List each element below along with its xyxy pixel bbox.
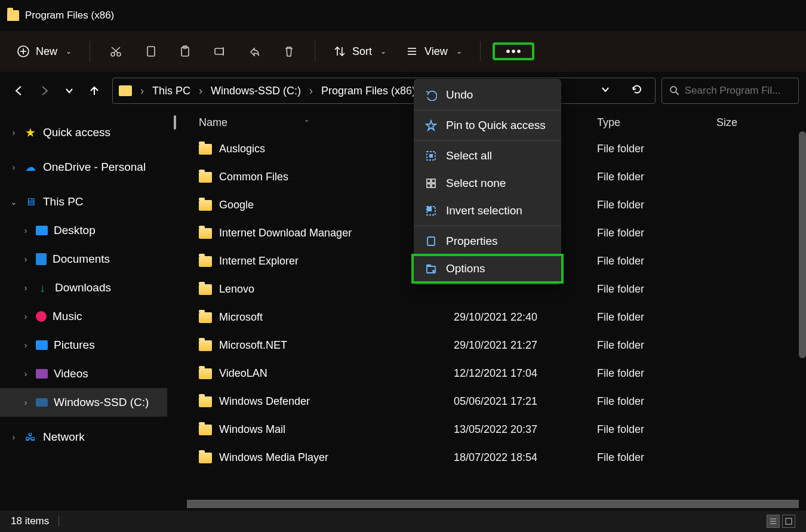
thumbnails-view-button[interactable] — [782, 515, 795, 528]
svg-rect-44 — [786, 518, 792, 524]
chevron-down-icon: ⌄ — [66, 47, 72, 56]
search-box[interactable] — [662, 78, 799, 104]
menu-options[interactable]: Options — [414, 255, 561, 282]
back-button[interactable] — [11, 82, 27, 99]
chevron-right-icon[interactable]: › — [21, 340, 30, 350]
file-date: 29/10/2021 22:40 — [454, 311, 597, 324]
select-all-icon — [424, 149, 438, 162]
sidebar-item-documents[interactable]: › Documents — [0, 245, 167, 273]
view-label: View — [424, 45, 448, 58]
minimize-button[interactable] — [709, 11, 726, 21]
chevron-down-icon[interactable]: ⌄ — [10, 197, 18, 207]
horizontal-scrollbar[interactable] — [187, 500, 799, 508]
delete-button[interactable] — [275, 41, 303, 61]
chevron-right-icon[interactable]: › — [140, 85, 144, 97]
chevron-right-icon[interactable]: › — [21, 283, 30, 293]
menu-label: Options — [446, 262, 485, 275]
sidebar-item-desktop[interactable]: › Desktop — [0, 216, 167, 245]
table-row[interactable]: Microsoft 29/10/2021 22:40 File folder — [168, 303, 806, 331]
window-title: Program Files (x86) — [25, 10, 114, 21]
status-bar: 18 items — [0, 511, 806, 532]
chevron-right-icon[interactable]: › — [309, 85, 313, 97]
new-button[interactable]: New ⌄ — [11, 41, 78, 61]
select-all-checkbox[interactable] — [174, 115, 176, 130]
chevron-right-icon[interactable]: › — [199, 85, 202, 97]
file-date: 12/12/2021 17:04 — [454, 367, 597, 380]
folder-icon — [199, 256, 212, 267]
sidebar-item-this-pc[interactable]: ⌄ 🖥 This PC — [0, 187, 167, 216]
sidebar-item-network[interactable]: › 🖧 Network — [0, 423, 167, 451]
search-icon — [669, 85, 679, 96]
folder-icon — [199, 368, 212, 379]
maximize-button[interactable] — [743, 11, 759, 21]
svg-rect-1 — [748, 12, 754, 18]
chevron-right-icon[interactable]: › — [21, 226, 30, 235]
refresh-button[interactable] — [625, 84, 649, 99]
sort-button[interactable]: Sort ⌄ — [327, 41, 392, 61]
table-row[interactable]: Windows Media Player 18/07/2022 18:54 Fi… — [168, 444, 806, 472]
share-button[interactable] — [241, 41, 268, 61]
menu-select-all[interactable]: Select all — [414, 142, 561, 170]
breadcrumb-drive[interactable]: Windows-SSD (C:) — [211, 85, 301, 97]
folder-icon — [199, 228, 212, 239]
address-bar[interactable]: › This PC › Windows-SSD (C:) › Program F… — [112, 78, 656, 104]
menu-invert-selection[interactable]: Invert selection — [414, 197, 561, 225]
file-name: Microsoft.NET — [219, 339, 287, 352]
sidebar-label: Music — [53, 310, 82, 323]
star-icon: ★ — [24, 126, 37, 139]
cut-button[interactable] — [102, 41, 130, 61]
sidebar-item-drive[interactable]: › Windows-SSD (C:) — [0, 388, 167, 417]
details-view-button[interactable] — [767, 515, 780, 528]
sidebar-item-music[interactable]: › Music — [0, 302, 167, 331]
chevron-right-icon[interactable]: › — [10, 162, 18, 172]
chevron-right-icon[interactable]: › — [21, 312, 30, 321]
svg-rect-14 — [215, 48, 223, 54]
chevron-right-icon[interactable]: › — [21, 254, 30, 264]
column-type[interactable]: Type — [597, 116, 716, 129]
sidebar-item-pictures[interactable]: › Pictures — [0, 331, 167, 359]
chevron-right-icon[interactable]: › — [10, 432, 18, 442]
sidebar-item-videos[interactable]: › Videos — [0, 359, 167, 388]
up-button[interactable] — [86, 82, 103, 99]
svg-point-40 — [432, 270, 435, 272]
desktop-icon — [36, 226, 48, 235]
separator — [414, 226, 561, 226]
breadcrumb-folder[interactable]: Program Files (x86) — [321, 85, 416, 97]
close-button[interactable] — [776, 11, 793, 21]
navigation-pane: › ★ Quick access › ☁ OneDrive - Personal… — [0, 110, 167, 511]
file-date: 05/06/2021 17:21 — [454, 395, 597, 408]
more-button[interactable] — [493, 42, 534, 60]
file-type: File folder — [597, 227, 716, 239]
view-button[interactable]: View ⌄ — [399, 41, 468, 61]
menu-pin[interactable]: Pin to Quick access — [414, 112, 561, 139]
table-row[interactable]: Windows Mail 13/05/2022 20:37 File folde… — [168, 416, 806, 444]
sidebar-item-quick-access[interactable]: › ★ Quick access — [0, 118, 167, 147]
svg-rect-30 — [427, 179, 430, 183]
chevron-right-icon[interactable]: › — [10, 128, 18, 137]
search-input[interactable] — [685, 85, 791, 97]
sidebar-item-downloads[interactable]: › ↓ Downloads — [0, 273, 167, 302]
menu-select-none[interactable]: Select none — [414, 170, 561, 197]
column-size[interactable]: Size — [716, 116, 800, 129]
table-row[interactable]: Windows Defender 05/06/2021 17:21 File f… — [168, 388, 806, 416]
vertical-scrollbar[interactable] — [799, 131, 806, 358]
drive-icon — [36, 398, 48, 407]
sidebar-item-onedrive[interactable]: › ☁ OneDrive - Personal — [0, 153, 167, 182]
address-dropdown[interactable] — [594, 84, 617, 98]
table-row[interactable]: Microsoft.NET 29/10/2021 21:27 File fold… — [168, 331, 806, 359]
forward-button[interactable] — [36, 82, 53, 99]
paste-button[interactable] — [171, 41, 199, 61]
file-type: File folder — [597, 311, 716, 324]
recent-button[interactable] — [61, 82, 78, 99]
menu-properties[interactable]: Properties — [414, 227, 561, 255]
chevron-right-icon[interactable]: › — [21, 398, 30, 407]
chevron-right-icon[interactable]: › — [21, 369, 30, 379]
separator — [315, 41, 315, 61]
svg-point-22 — [512, 50, 515, 53]
rename-button[interactable] — [206, 41, 233, 61]
menu-undo[interactable]: Undo — [414, 81, 561, 109]
breadcrumb-this-pc[interactable]: This PC — [152, 85, 190, 97]
sidebar-label: OneDrive - Personal — [43, 161, 146, 174]
table-row[interactable]: VideoLAN 12/12/2021 17:04 File folder — [168, 359, 806, 388]
copy-button[interactable] — [137, 41, 164, 61]
